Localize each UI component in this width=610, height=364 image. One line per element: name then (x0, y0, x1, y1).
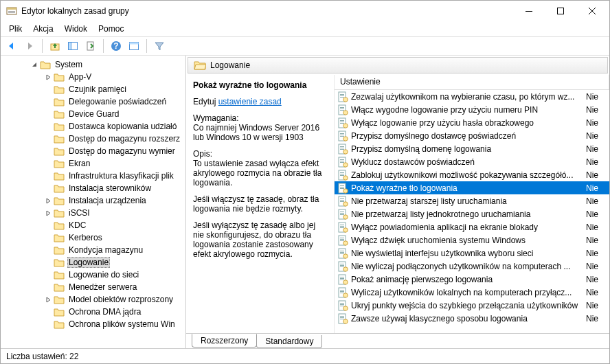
svg-rect-5 (558, 8, 564, 14)
tree-node[interactable]: Dostawca kopiowania udziałó (1, 120, 185, 133)
policy-state: Nie (586, 275, 607, 284)
expand-icon[interactable] (45, 308, 52, 316)
toolbar: ? (1, 36, 609, 56)
tree-label: Kerberos (67, 233, 104, 242)
tree-node[interactable]: iSCSI (1, 207, 185, 219)
expand-icon[interactable] (45, 135, 52, 143)
tree-node[interactable]: Kerberos (1, 231, 185, 244)
svg-rect-73 (340, 239, 344, 240)
expand-icon[interactable] (45, 222, 52, 229)
tree-node[interactable]: Menedżer serwera (1, 281, 185, 293)
tree-node[interactable]: Czujnik pamięci (1, 83, 185, 95)
tree-node[interactable]: Kondycja magazynu (1, 244, 185, 256)
tree-node[interactable]: Dostęp do magazynu wymier (1, 145, 185, 157)
list-header[interactable]: Ustawienie (335, 75, 609, 90)
expand-icon[interactable] (45, 111, 52, 118)
expand-icon[interactable] (45, 148, 52, 155)
expand-icon[interactable] (45, 73, 52, 81)
show-hide-tree-button[interactable] (65, 38, 81, 54)
list-item[interactable]: Przypisz domyślnego dostawcę poświadczeń… (335, 129, 609, 142)
expand-icon[interactable] (45, 271, 52, 279)
tree-node[interactable]: Infrastruktura klasyfikacji plik (1, 170, 185, 182)
list-item[interactable]: Pokaż wyraźne tło logowaniaNie (335, 181, 609, 194)
column-setting[interactable]: Ustawienie (335, 75, 609, 89)
list-item[interactable]: Wyłącz powiadomienia aplikacji na ekrani… (335, 220, 609, 234)
list-item[interactable]: Nie przetwarzaj starszej listy uruchamia… (335, 194, 609, 207)
expand-icon[interactable] (45, 185, 52, 192)
tree-node[interactable]: KDC (1, 219, 185, 231)
expand-icon[interactable] (45, 172, 52, 180)
expand-icon[interactable] (45, 160, 52, 168)
expand-icon[interactable] (45, 209, 52, 217)
svg-rect-34 (340, 136, 344, 137)
svg-rect-2 (8, 11, 15, 12)
tree-node[interactable]: Ochrona DMA jądra (1, 306, 185, 318)
list-item[interactable]: Wyłącz dźwięk uruchomienia systemu Windo… (335, 234, 609, 247)
tree-node[interactable]: Logowanie do sieci (1, 269, 185, 281)
menu-help[interactable]: Pomoc (93, 23, 129, 35)
export-list-button[interactable] (82, 38, 99, 54)
close-button[interactable] (576, 1, 608, 21)
svg-rect-72 (340, 238, 344, 238)
edit-prefix: Edytuj (193, 97, 218, 106)
expand-icon[interactable] (45, 86, 52, 93)
edit-policy-link[interactable]: ustawienie zasad (218, 97, 282, 106)
tab-standard[interactable]: Standardowy (256, 335, 322, 348)
list-item[interactable]: Zablokuj użytkownikowi możliwość pokazyw… (335, 168, 609, 181)
tree-node[interactable]: Device Guard (1, 108, 185, 120)
forward-button[interactable] (21, 38, 38, 54)
collapse-icon[interactable] (31, 61, 38, 69)
back-button[interactable] (3, 38, 20, 54)
list-body[interactable]: Zezwalaj użytkownikom na wybieranie czas… (335, 90, 609, 333)
properties-button[interactable] (126, 38, 142, 54)
expand-icon[interactable] (45, 284, 52, 291)
list-item[interactable]: Nie wyświetlaj interfejsu użytkownika wy… (335, 247, 609, 260)
list-item[interactable]: Nie przetwarzaj listy jednokrotnego uruc… (335, 207, 609, 220)
expand-icon[interactable] (45, 321, 52, 328)
menu-file[interactable]: Plik (3, 23, 27, 35)
help-button[interactable]: ? (108, 38, 124, 54)
menu-action[interactable]: Akcja (27, 23, 58, 35)
list-item[interactable]: Wyklucz dostawców poświadczeńNie (335, 155, 609, 168)
expand-icon[interactable] (45, 123, 52, 130)
tab-extended[interactable]: Rozszerzony (192, 334, 257, 348)
list-item[interactable]: Pokaż animację pierwszego logowaniaNie (335, 273, 609, 286)
list-item[interactable]: Zawsze używaj klasycznego sposobu logowa… (335, 312, 609, 325)
minimize-button[interactable] (513, 1, 545, 21)
tree-node[interactable]: Instalacja urządzenia (1, 194, 185, 207)
tree-node[interactable]: Delegowanie poświadczeń (1, 95, 185, 108)
tree-pane[interactable]: System App-VCzujnik pamięciDelegowanie p… (1, 56, 186, 348)
filter-button[interactable] (151, 38, 168, 54)
list-item[interactable]: Włącz wygodne logowanie przy użyciu nume… (335, 103, 609, 116)
svg-rect-94 (340, 293, 344, 293)
list-item[interactable]: Wyłącz logowanie przy użyciu hasła obraz… (335, 116, 609, 129)
tree-node[interactable]: Model obiektów rozproszony (1, 293, 185, 306)
folder-icon (54, 295, 65, 304)
expand-icon[interactable] (45, 296, 52, 304)
tree-node[interactable]: Instalacja sterowników (1, 182, 185, 194)
list-item[interactable]: Wyliczaj użytkowników lokalnych na kompu… (335, 286, 609, 299)
menu-view[interactable]: Widok (59, 23, 93, 35)
policy-icon (337, 196, 348, 207)
list-item[interactable]: Przypisz domyślną domenę logowaniaNie (335, 142, 609, 155)
tree-node[interactable]: App-V (1, 71, 185, 83)
policy-state: Nie (586, 92, 607, 102)
up-folder-button[interactable] (47, 38, 63, 54)
list-item[interactable]: Zezwalaj użytkownikom na wybieranie czas… (335, 90, 609, 103)
tree-node[interactable]: Ochrona plików systemu Win (1, 318, 185, 330)
list-item[interactable]: Ukryj punkty wejścia do szybkiego przełą… (335, 299, 609, 312)
expand-icon[interactable] (45, 197, 52, 205)
expand-icon[interactable] (45, 234, 52, 242)
maximize-button[interactable] (545, 1, 576, 21)
tree-node-system[interactable]: System (1, 58, 185, 71)
tree-node[interactable]: Ekran (1, 157, 185, 170)
policy-icon (337, 170, 348, 181)
expand-icon[interactable] (45, 247, 52, 254)
list-item[interactable]: Nie wyliczaj podłączonych użytkowników n… (335, 260, 609, 273)
description-value: To ustawienie zasad wyłącza efekt akrylo… (193, 159, 321, 187)
expand-icon[interactable] (45, 98, 52, 106)
expand-icon[interactable] (45, 259, 52, 266)
tree-node[interactable]: Logowanie (1, 256, 185, 269)
tree-node[interactable]: Dostęp do magazynu rozszerz (1, 133, 185, 145)
svg-rect-3 (8, 12, 15, 13)
